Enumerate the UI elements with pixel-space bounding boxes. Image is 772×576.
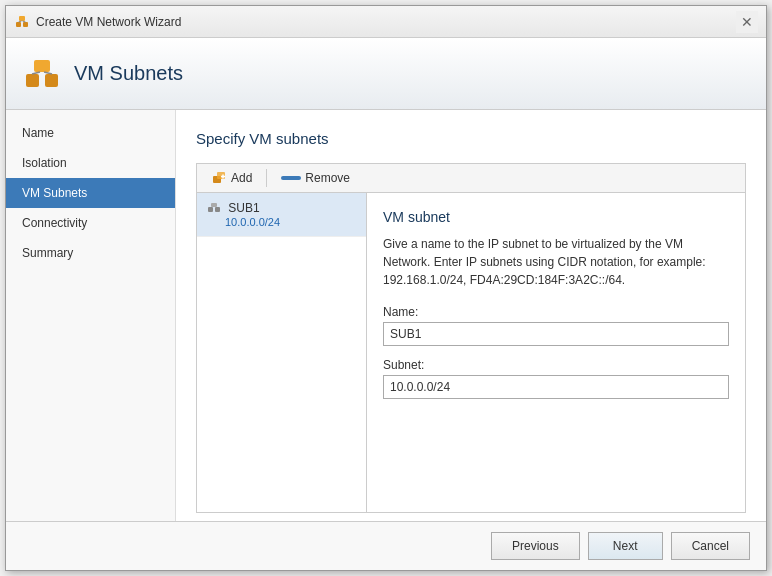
toolbar-separator bbox=[266, 169, 267, 187]
cancel-button[interactable]: Cancel bbox=[671, 532, 750, 560]
svg-rect-11 bbox=[217, 172, 225, 179]
svg-rect-16 bbox=[215, 207, 220, 212]
footer: Previous Next Cancel bbox=[6, 521, 766, 570]
svg-rect-0 bbox=[16, 22, 21, 27]
svg-rect-14 bbox=[281, 176, 301, 180]
list-item-name-row: SUB1 bbox=[207, 201, 356, 216]
section-title: Specify VM subnets bbox=[196, 130, 746, 147]
title-bar: Create VM Network Wizard ✕ bbox=[6, 6, 766, 38]
svg-rect-15 bbox=[208, 207, 213, 212]
name-label: Name: bbox=[383, 305, 729, 319]
svg-rect-6 bbox=[45, 74, 58, 87]
sidebar-item-vm-subnets[interactable]: VM Subnets bbox=[6, 178, 175, 208]
svg-line-3 bbox=[19, 21, 22, 22]
svg-line-9 bbox=[44, 72, 52, 74]
body: Name Isolation VM Subnets Connectivity S… bbox=[6, 110, 766, 521]
add-button[interactable]: Add bbox=[205, 168, 258, 188]
header-title: VM Subnets bbox=[74, 62, 183, 85]
detail-panel: VM subnet Give a name to the IP subnet t… bbox=[367, 193, 745, 512]
svg-rect-1 bbox=[23, 22, 28, 27]
svg-rect-7 bbox=[34, 60, 50, 72]
detail-title: VM subnet bbox=[383, 209, 729, 225]
subnet-label: Subnet: bbox=[383, 358, 729, 372]
title-bar-text: Create VM Network Wizard bbox=[36, 15, 181, 29]
header: VM Subnets bbox=[6, 38, 766, 110]
remove-label: Remove bbox=[305, 171, 350, 185]
add-label: Add bbox=[231, 171, 252, 185]
name-form-group: Name: bbox=[383, 305, 729, 346]
sidebar-item-isolation[interactable]: Isolation bbox=[6, 148, 175, 178]
close-button[interactable]: ✕ bbox=[736, 11, 758, 33]
list-item[interactable]: SUB1 10.0.0.0/24 bbox=[197, 193, 366, 237]
header-icon bbox=[22, 54, 62, 94]
content-panel: SUB1 10.0.0.0/24 VM subnet Give a name t… bbox=[196, 193, 746, 513]
next-button[interactable]: Next bbox=[588, 532, 663, 560]
sidebar-item-summary[interactable]: Summary bbox=[6, 238, 175, 268]
list-item-subnet: 10.0.0.0/24 bbox=[207, 216, 356, 228]
subnet-input[interactable] bbox=[383, 375, 729, 399]
title-bar-left: Create VM Network Wizard bbox=[14, 14, 181, 30]
svg-line-4 bbox=[23, 21, 26, 22]
sidebar-item-name[interactable]: Name bbox=[6, 118, 175, 148]
detail-description: Give a name to the IP subnet to be virtu… bbox=[383, 235, 729, 289]
toolbar: Add Remove bbox=[196, 163, 746, 193]
list-panel: SUB1 10.0.0.0/24 bbox=[197, 193, 367, 512]
subnet-form-group: Subnet: bbox=[383, 358, 729, 399]
add-icon bbox=[211, 170, 227, 186]
subnet-icon bbox=[207, 201, 221, 216]
remove-icon bbox=[281, 173, 301, 183]
main-content: Specify VM subnets Add bbox=[176, 110, 766, 521]
sidebar: Name Isolation VM Subnets Connectivity S… bbox=[6, 110, 176, 521]
name-input[interactable] bbox=[383, 322, 729, 346]
sidebar-item-connectivity[interactable]: Connectivity bbox=[6, 208, 175, 238]
svg-line-8 bbox=[32, 72, 40, 74]
dialog: Create VM Network Wizard ✕ VM Subnets Na… bbox=[5, 5, 767, 571]
svg-rect-5 bbox=[26, 74, 39, 87]
list-item-name: SUB1 bbox=[228, 201, 259, 215]
svg-rect-2 bbox=[19, 16, 25, 21]
previous-button[interactable]: Previous bbox=[491, 532, 580, 560]
svg-rect-17 bbox=[211, 203, 217, 207]
remove-button[interactable]: Remove bbox=[275, 169, 356, 187]
app-icon bbox=[14, 14, 30, 30]
